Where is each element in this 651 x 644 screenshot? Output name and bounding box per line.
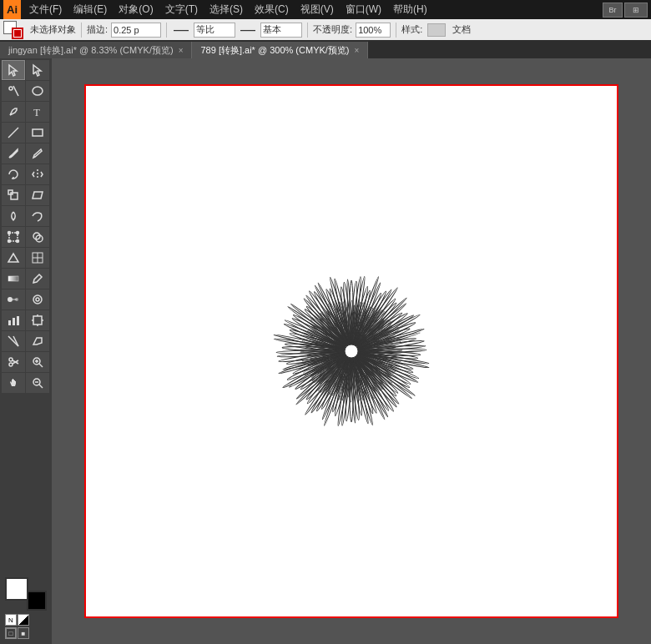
svg-point-155 [345, 345, 358, 358]
menu-bar: 文件(F) 编辑(E) 对象(O) 文字(T) 选择(S) 效果(C) 视图(V… [24, 1, 603, 18]
menu-file[interactable]: 文件(F) [24, 1, 67, 18]
rect-tool[interactable] [26, 123, 49, 143]
svg-point-11 [8, 240, 11, 243]
column-graph-tool[interactable] [2, 310, 25, 330]
tab-jingyan[interactable]: jingyan [转换].ai* @ 8.33% (CMYK/预览) × [0, 42, 192, 58]
svg-point-10 [17, 232, 19, 234]
svg-rect-28 [33, 316, 42, 325]
zoom-tool[interactable] [26, 352, 49, 372]
menu-effect[interactable]: 效果(C) [250, 1, 294, 18]
toolbar: T [0, 58, 52, 644]
shape-builder-tool[interactable] [26, 227, 49, 247]
full-screen[interactable]: ■ [18, 627, 29, 639]
menu-select[interactable]: 选择(S) [204, 1, 248, 18]
stroke-indicator[interactable] [12, 28, 23, 39]
svg-rect-27 [17, 316, 19, 325]
svg-text:T: T [33, 106, 40, 118]
width-tool[interactable] [2, 206, 25, 226]
basic-input[interactable]: 基本 [260, 23, 302, 38]
tab-789[interactable]: 789 [转换].ai* @ 300% (CMYK/预览) × [192, 42, 368, 58]
tab-close-789[interactable]: × [355, 46, 360, 55]
pen-tool[interactable] [2, 102, 25, 122]
svg-line-33 [8, 336, 18, 346]
gradient-indicator[interactable] [18, 614, 29, 626]
svg-point-1 [9, 87, 13, 90]
color-section: N □ ■ [2, 574, 50, 642]
tab-bar: jingyan [转换].ai* @ 8.33% (CMYK/预览) × 789… [0, 40, 651, 58]
menu-type[interactable]: 文字(T) [160, 1, 203, 18]
canvas-area [52, 58, 651, 644]
direct-select-tool[interactable] [26, 60, 49, 80]
line-tool[interactable] [2, 123, 25, 143]
mesh-tool[interactable] [26, 248, 49, 268]
paintbrush-tool[interactable] [2, 143, 25, 164]
style-swatch[interactable] [427, 23, 446, 37]
hand-tool[interactable] [2, 373, 25, 393]
ai-logo: Ai [3, 0, 21, 19]
style-label: 样式: [401, 23, 422, 36]
menu-edit[interactable]: 编辑(E) [68, 1, 112, 18]
control-bar: 未选择对象 描边: 0.25 p — 等比 — 基本 不透明度: 100% 样式… [0, 19, 651, 40]
svg-point-12 [17, 240, 19, 243]
type-tool[interactable]: T [26, 102, 49, 122]
rotate-tool[interactable] [2, 164, 25, 184]
color-boxes [5, 577, 47, 611]
magic-wand-tool[interactable] [2, 81, 25, 101]
svg-point-23 [33, 295, 42, 304]
menu-window[interactable]: 窗口(W) [341, 1, 386, 18]
selection-label: 未选择对象 [30, 23, 76, 36]
starburst-graphic [134, 134, 568, 568]
svg-marker-15 [8, 254, 18, 262]
svg-point-36 [9, 363, 13, 366]
none-indicator[interactable]: N [5, 614, 17, 626]
menu-help[interactable]: 帮助(H) [388, 1, 432, 18]
stroke-input[interactable]: 0.25 p [111, 23, 161, 38]
artboard [84, 84, 618, 618]
scissors-tool[interactable] [2, 352, 25, 372]
svg-rect-4 [33, 129, 43, 136]
reflect-tool[interactable] [26, 164, 49, 184]
artboard-tool[interactable] [26, 310, 49, 330]
tab-close-jingyan[interactable]: × [179, 46, 184, 55]
title-bar: Ai 文件(F) 编辑(E) 对象(O) 文字(T) 选择(S) 效果(C) 视… [0, 0, 651, 19]
select-tool[interactable] [2, 60, 25, 80]
perspective-tool[interactable] [2, 248, 25, 268]
scale-tool[interactable] [2, 185, 25, 205]
svg-point-35 [9, 358, 13, 361]
foreground-color[interactable] [5, 577, 28, 601]
free-transform-tool[interactable] [2, 227, 25, 247]
svg-line-40 [39, 364, 43, 367]
lasso-tool[interactable] [26, 81, 49, 101]
svg-rect-6 [11, 193, 18, 199]
background-color[interactable] [27, 591, 47, 611]
bridge-button[interactable]: Br [603, 3, 623, 18]
svg-line-3 [8, 128, 18, 138]
workspace-button[interactable]: ⊞ [624, 3, 648, 18]
svg-rect-25 [8, 320, 11, 325]
menu-object[interactable]: 对象(O) [114, 1, 158, 18]
blend-tool[interactable] [2, 289, 25, 309]
scale-input[interactable]: 等比 [194, 23, 235, 38]
svg-rect-19 [8, 276, 18, 281]
menu-view[interactable]: 视图(V) [295, 1, 339, 18]
svg-point-9 [8, 232, 11, 234]
pencil-tool[interactable] [26, 143, 49, 164]
doc-label: 文档 [452, 23, 471, 36]
stroke-label: 描边: [87, 23, 108, 36]
warp-tool[interactable] [26, 206, 49, 226]
symbol-tool[interactable] [26, 289, 49, 309]
opacity-label: 不透明度: [313, 23, 352, 36]
screen-mode[interactable]: □ [5, 627, 17, 639]
magnify-tool[interactable] [26, 373, 49, 393]
eyedropper-tool[interactable] [26, 269, 49, 289]
svg-line-0 [13, 86, 18, 96]
svg-point-24 [36, 298, 39, 301]
main-layout: T [0, 58, 651, 644]
opacity-input[interactable]: 100% [356, 23, 391, 38]
gradient-tool[interactable] [2, 269, 25, 289]
shear-tool[interactable] [26, 185, 49, 205]
svg-rect-26 [13, 318, 15, 325]
slice-tool[interactable] [2, 331, 25, 351]
svg-line-44 [39, 385, 43, 388]
eraser-tool[interactable] [26, 331, 49, 351]
